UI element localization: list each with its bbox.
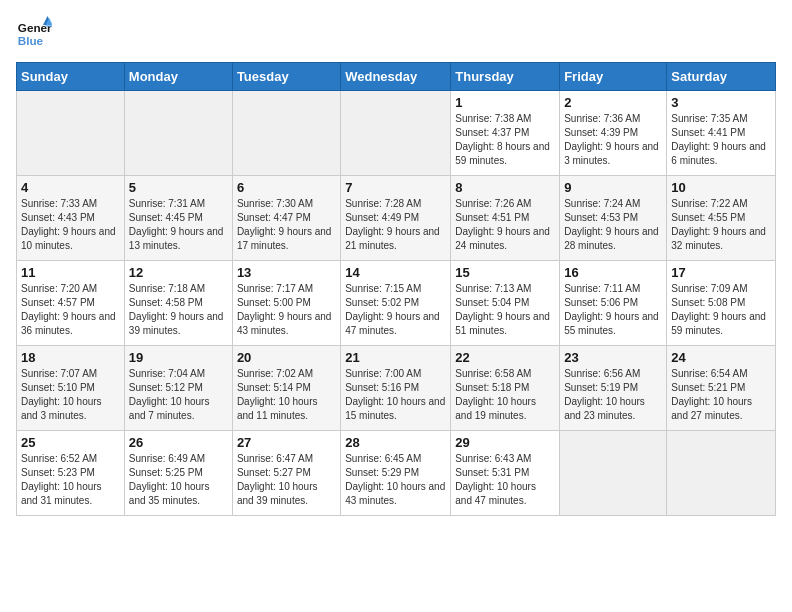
day-info: Sunrise: 7:22 AM Sunset: 4:55 PM Dayligh…	[671, 197, 771, 253]
day-number: 8	[455, 180, 555, 195]
calendar-cell: 6Sunrise: 7:30 AM Sunset: 4:47 PM Daylig…	[232, 176, 340, 261]
day-info: Sunrise: 7:18 AM Sunset: 4:58 PM Dayligh…	[129, 282, 228, 338]
day-number: 29	[455, 435, 555, 450]
calendar-cell: 2Sunrise: 7:36 AM Sunset: 4:39 PM Daylig…	[560, 91, 667, 176]
day-number: 16	[564, 265, 662, 280]
calendar-week-row: 25Sunrise: 6:52 AM Sunset: 5:23 PM Dayli…	[17, 431, 776, 516]
day-info: Sunrise: 6:58 AM Sunset: 5:18 PM Dayligh…	[455, 367, 555, 423]
calendar-cell: 26Sunrise: 6:49 AM Sunset: 5:25 PM Dayli…	[124, 431, 232, 516]
day-info: Sunrise: 6:45 AM Sunset: 5:29 PM Dayligh…	[345, 452, 446, 508]
calendar-cell: 7Sunrise: 7:28 AM Sunset: 4:49 PM Daylig…	[341, 176, 451, 261]
calendar-cell	[17, 91, 125, 176]
day-number: 1	[455, 95, 555, 110]
day-info: Sunrise: 6:56 AM Sunset: 5:19 PM Dayligh…	[564, 367, 662, 423]
calendar-cell	[124, 91, 232, 176]
day-number: 7	[345, 180, 446, 195]
day-info: Sunrise: 7:02 AM Sunset: 5:14 PM Dayligh…	[237, 367, 336, 423]
day-info: Sunrise: 7:35 AM Sunset: 4:41 PM Dayligh…	[671, 112, 771, 168]
calendar-cell	[341, 91, 451, 176]
calendar-cell	[667, 431, 776, 516]
day-of-week-header: Friday	[560, 63, 667, 91]
day-number: 3	[671, 95, 771, 110]
calendar-cell: 3Sunrise: 7:35 AM Sunset: 4:41 PM Daylig…	[667, 91, 776, 176]
calendar-cell: 14Sunrise: 7:15 AM Sunset: 5:02 PM Dayli…	[341, 261, 451, 346]
calendar-cell: 12Sunrise: 7:18 AM Sunset: 4:58 PM Dayli…	[124, 261, 232, 346]
day-of-week-header: Thursday	[451, 63, 560, 91]
calendar-cell: 8Sunrise: 7:26 AM Sunset: 4:51 PM Daylig…	[451, 176, 560, 261]
calendar-cell: 11Sunrise: 7:20 AM Sunset: 4:57 PM Dayli…	[17, 261, 125, 346]
day-info: Sunrise: 7:26 AM Sunset: 4:51 PM Dayligh…	[455, 197, 555, 253]
calendar-cell: 9Sunrise: 7:24 AM Sunset: 4:53 PM Daylig…	[560, 176, 667, 261]
calendar-cell	[232, 91, 340, 176]
day-number: 21	[345, 350, 446, 365]
calendar-cell: 28Sunrise: 6:45 AM Sunset: 5:29 PM Dayli…	[341, 431, 451, 516]
day-number: 20	[237, 350, 336, 365]
day-of-week-header: Sunday	[17, 63, 125, 91]
calendar-week-row: 18Sunrise: 7:07 AM Sunset: 5:10 PM Dayli…	[17, 346, 776, 431]
day-number: 12	[129, 265, 228, 280]
day-number: 11	[21, 265, 120, 280]
logo: General Blue	[16, 16, 52, 52]
day-number: 2	[564, 95, 662, 110]
day-info: Sunrise: 6:52 AM Sunset: 5:23 PM Dayligh…	[21, 452, 120, 508]
calendar-week-row: 4Sunrise: 7:33 AM Sunset: 4:43 PM Daylig…	[17, 176, 776, 261]
day-info: Sunrise: 7:36 AM Sunset: 4:39 PM Dayligh…	[564, 112, 662, 168]
calendar-cell: 21Sunrise: 7:00 AM Sunset: 5:16 PM Dayli…	[341, 346, 451, 431]
day-number: 13	[237, 265, 336, 280]
calendar-cell: 16Sunrise: 7:11 AM Sunset: 5:06 PM Dayli…	[560, 261, 667, 346]
logo-icon: General Blue	[16, 16, 52, 52]
calendar-cell: 24Sunrise: 6:54 AM Sunset: 5:21 PM Dayli…	[667, 346, 776, 431]
day-info: Sunrise: 7:15 AM Sunset: 5:02 PM Dayligh…	[345, 282, 446, 338]
day-number: 24	[671, 350, 771, 365]
calendar-cell: 17Sunrise: 7:09 AM Sunset: 5:08 PM Dayli…	[667, 261, 776, 346]
day-info: Sunrise: 6:49 AM Sunset: 5:25 PM Dayligh…	[129, 452, 228, 508]
day-number: 10	[671, 180, 771, 195]
calendar-cell: 27Sunrise: 6:47 AM Sunset: 5:27 PM Dayli…	[232, 431, 340, 516]
day-number: 23	[564, 350, 662, 365]
day-info: Sunrise: 6:54 AM Sunset: 5:21 PM Dayligh…	[671, 367, 771, 423]
calendar-cell: 29Sunrise: 6:43 AM Sunset: 5:31 PM Dayli…	[451, 431, 560, 516]
day-number: 19	[129, 350, 228, 365]
day-info: Sunrise: 6:47 AM Sunset: 5:27 PM Dayligh…	[237, 452, 336, 508]
calendar-cell	[560, 431, 667, 516]
calendar-cell: 25Sunrise: 6:52 AM Sunset: 5:23 PM Dayli…	[17, 431, 125, 516]
calendar-cell: 19Sunrise: 7:04 AM Sunset: 5:12 PM Dayli…	[124, 346, 232, 431]
day-number: 15	[455, 265, 555, 280]
day-of-week-header: Monday	[124, 63, 232, 91]
day-info: Sunrise: 7:09 AM Sunset: 5:08 PM Dayligh…	[671, 282, 771, 338]
day-info: Sunrise: 7:28 AM Sunset: 4:49 PM Dayligh…	[345, 197, 446, 253]
calendar-cell: 13Sunrise: 7:17 AM Sunset: 5:00 PM Dayli…	[232, 261, 340, 346]
calendar-header-row: SundayMondayTuesdayWednesdayThursdayFrid…	[17, 63, 776, 91]
day-number: 22	[455, 350, 555, 365]
calendar-table: SundayMondayTuesdayWednesdayThursdayFrid…	[16, 62, 776, 516]
day-number: 28	[345, 435, 446, 450]
day-of-week-header: Saturday	[667, 63, 776, 91]
day-number: 9	[564, 180, 662, 195]
calendar-cell: 23Sunrise: 6:56 AM Sunset: 5:19 PM Dayli…	[560, 346, 667, 431]
calendar-cell: 22Sunrise: 6:58 AM Sunset: 5:18 PM Dayli…	[451, 346, 560, 431]
day-info: Sunrise: 7:31 AM Sunset: 4:45 PM Dayligh…	[129, 197, 228, 253]
day-number: 18	[21, 350, 120, 365]
day-info: Sunrise: 7:33 AM Sunset: 4:43 PM Dayligh…	[21, 197, 120, 253]
day-number: 26	[129, 435, 228, 450]
day-number: 14	[345, 265, 446, 280]
day-info: Sunrise: 7:11 AM Sunset: 5:06 PM Dayligh…	[564, 282, 662, 338]
day-info: Sunrise: 7:04 AM Sunset: 5:12 PM Dayligh…	[129, 367, 228, 423]
page-header: General Blue	[16, 16, 776, 52]
day-info: Sunrise: 7:38 AM Sunset: 4:37 PM Dayligh…	[455, 112, 555, 168]
day-info: Sunrise: 7:07 AM Sunset: 5:10 PM Dayligh…	[21, 367, 120, 423]
day-number: 17	[671, 265, 771, 280]
calendar-week-row: 11Sunrise: 7:20 AM Sunset: 4:57 PM Dayli…	[17, 261, 776, 346]
day-of-week-header: Wednesday	[341, 63, 451, 91]
day-number: 5	[129, 180, 228, 195]
day-number: 27	[237, 435, 336, 450]
calendar-cell: 20Sunrise: 7:02 AM Sunset: 5:14 PM Dayli…	[232, 346, 340, 431]
day-info: Sunrise: 7:24 AM Sunset: 4:53 PM Dayligh…	[564, 197, 662, 253]
day-info: Sunrise: 7:17 AM Sunset: 5:00 PM Dayligh…	[237, 282, 336, 338]
day-info: Sunrise: 7:30 AM Sunset: 4:47 PM Dayligh…	[237, 197, 336, 253]
calendar-cell: 10Sunrise: 7:22 AM Sunset: 4:55 PM Dayli…	[667, 176, 776, 261]
calendar-cell: 15Sunrise: 7:13 AM Sunset: 5:04 PM Dayli…	[451, 261, 560, 346]
day-info: Sunrise: 7:13 AM Sunset: 5:04 PM Dayligh…	[455, 282, 555, 338]
calendar-week-row: 1Sunrise: 7:38 AM Sunset: 4:37 PM Daylig…	[17, 91, 776, 176]
day-info: Sunrise: 6:43 AM Sunset: 5:31 PM Dayligh…	[455, 452, 555, 508]
